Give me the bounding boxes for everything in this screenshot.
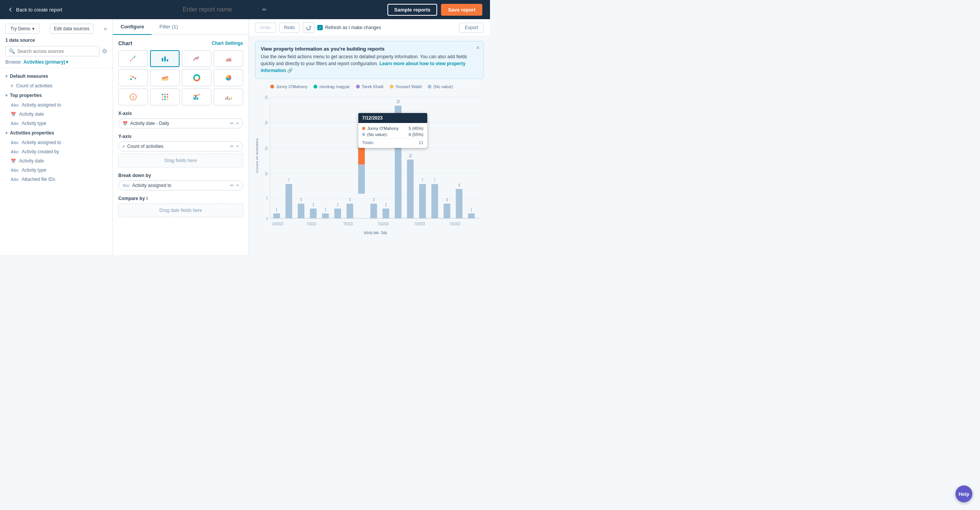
svg-rect-28 (193, 97, 194, 100)
redo-button[interactable]: Redo (279, 23, 300, 33)
external-link-icon: 🔗 (287, 68, 293, 73)
edit-icon[interactable]: ✏ (230, 121, 234, 126)
svg-rect-82 (468, 213, 475, 218)
svg-point-9 (130, 78, 132, 80)
chart-type-area[interactable] (214, 50, 243, 67)
main-layout: Try Demo ▾ Edit data sources « 1 data so… (0, 19, 490, 255)
breakdown-field-label: Activity assigned to (132, 183, 172, 188)
save-report-button[interactable]: Save report (441, 4, 482, 16)
x-axis-field[interactable]: 📅 Activity date - Daily ✏ × (118, 118, 243, 128)
svg-text:6/29/2023: 6/29/2023 (273, 221, 284, 226)
field-label: Attached file IDs (22, 177, 55, 182)
chart-type-heatmap[interactable] (150, 89, 180, 105)
section-top-properties[interactable]: ▾ Top properties (0, 90, 113, 100)
y-axis-section: Y-axis # Count of activities ✏ × Drag fi… (118, 134, 243, 167)
y-axis-field[interactable]: # Count of activities ✏ × (118, 141, 243, 151)
chart-type-dot[interactable] (118, 69, 148, 86)
chart-type-donut[interactable] (182, 69, 211, 86)
refresh-button[interactable] (303, 22, 314, 33)
left-panel-body: ▾ Default measures # Count of activities… (0, 68, 113, 255)
svg-rect-52 (286, 184, 292, 218)
chart-type-bar[interactable] (150, 50, 180, 67)
field-label: Activity assigned to (22, 140, 61, 145)
search-box[interactable]: 🔍 (5, 46, 100, 56)
export-button[interactable]: Export (459, 23, 484, 33)
edit-icon[interactable]: ✏ (230, 144, 234, 149)
search-input[interactable] (17, 49, 96, 54)
svg-point-12 (130, 75, 132, 77)
svg-rect-68 (382, 208, 389, 218)
field-count-activities[interactable]: # Count of activities (0, 81, 113, 90)
svg-text:7/14/2023: 7/14/2023 (378, 221, 389, 226)
svg-rect-76 (431, 184, 438, 218)
chart-type-line[interactable] (182, 50, 211, 67)
info-banner: View property information as you're buil… (255, 41, 484, 79)
chart-settings-link[interactable]: Chart Settings (212, 41, 243, 46)
field-activity-date-2[interactable]: 📅 Activity date (0, 156, 113, 166)
svg-rect-30 (197, 98, 198, 100)
refresh-checkbox[interactable]: ✓ (317, 25, 323, 30)
svg-text:7/4/2023: 7/4/2023 (307, 221, 316, 226)
svg-rect-22 (162, 96, 163, 98)
field-activity-assigned-to[interactable]: Abc Activity assigned to (0, 100, 113, 110)
chart-type-stacked-area[interactable] (150, 69, 180, 86)
collapse-panel-icon[interactable]: « (104, 25, 107, 32)
legend-dot (314, 85, 317, 89)
browse-label: Browse: (5, 59, 22, 65)
chart-type-scatter[interactable] (118, 50, 148, 67)
chart-type-number[interactable]: 1 (118, 89, 148, 105)
field-activity-type-2[interactable]: Abc Activity type (0, 166, 113, 175)
svg-rect-72 (407, 159, 414, 218)
close-icon[interactable]: × (236, 121, 239, 126)
svg-rect-27 (167, 99, 168, 100)
filter-icon[interactable]: ⚙ (102, 48, 107, 55)
svg-rect-80 (456, 189, 463, 218)
try-demo-button[interactable]: Try Demo ▾ (5, 24, 39, 34)
section-activities-properties[interactable]: ▾ Activities properties (0, 128, 113, 138)
edit-icon[interactable]: ✏ (230, 183, 234, 188)
chart-type-combo2[interactable] (214, 89, 243, 105)
field-activity-created-by[interactable]: Abc Activity created by (0, 147, 113, 156)
svg-rect-19 (162, 94, 163, 95)
edit-data-sources-button[interactable]: Edit data sources (50, 24, 94, 34)
report-name-input[interactable] (183, 6, 259, 13)
tab-filter[interactable]: Filter (1) (152, 19, 185, 35)
text-icon: Abc (11, 121, 19, 126)
tab-configure[interactable]: Configure (113, 19, 152, 35)
close-icon[interactable]: × (236, 183, 239, 188)
back-button[interactable]: Back to create report (8, 7, 62, 13)
section-title: Top properties (10, 93, 42, 98)
y-axis-actions: ✏ × (230, 144, 239, 149)
field-activity-assigned-to-2[interactable]: Abc Activity assigned to (0, 138, 113, 147)
field-label: Activity date (19, 112, 44, 117)
field-attached-file-ids[interactable]: Abc Attached file IDs (0, 175, 113, 184)
chevron-down-icon: ▾ (5, 93, 8, 98)
breakdown-field[interactable]: Abc Activity assigned to ✏ × (118, 180, 243, 190)
legend-item-youssef: Youssef Walid (390, 84, 422, 89)
chart-type-pie[interactable] (214, 69, 243, 86)
text-icon: Abc (11, 140, 19, 145)
text-icon: Abc (11, 149, 19, 154)
svg-rect-70 (395, 106, 402, 218)
svg-rect-23 (164, 96, 166, 98)
close-icon[interactable]: × (236, 144, 239, 149)
text-icon: Abc (11, 103, 19, 107)
svg-rect-56 (310, 208, 317, 218)
svg-text:7/19/2023: 7/19/2023 (414, 221, 425, 226)
svg-text:Count of activities: Count of activities (255, 138, 258, 173)
section-default-measures[interactable]: ▾ Default measures (0, 71, 113, 81)
info-banner-title: View property information as you're buil… (261, 46, 478, 52)
legend-label: Tarek Khalil (362, 84, 384, 89)
legend-label: (No value) (433, 84, 453, 89)
field-activity-type[interactable]: Abc Activity type (0, 119, 113, 128)
close-banner-button[interactable]: × (476, 44, 480, 51)
pencil-icon[interactable]: ✏ (262, 7, 267, 13)
sample-reports-button[interactable]: Sample reports (387, 4, 438, 16)
svg-text:2: 2 (385, 202, 387, 207)
chart-type-combo1[interactable] (182, 89, 211, 105)
browse-primary-link[interactable]: Activities (primary) ▾ (23, 59, 68, 65)
undo-button[interactable]: Undo (255, 23, 276, 33)
svg-text:10: 10 (265, 171, 268, 176)
calendar-small-icon: 📅 (122, 121, 128, 126)
field-activity-date[interactable]: 📅 Activity date (0, 110, 113, 119)
